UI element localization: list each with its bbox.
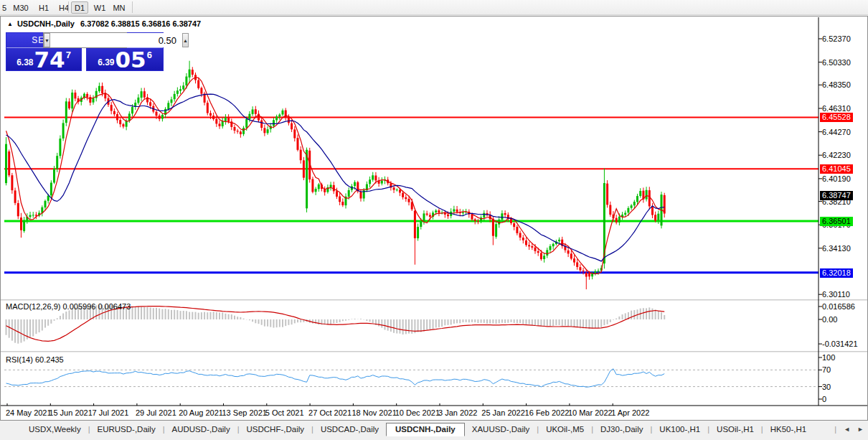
date-axis-label: 3 Jan 2022 bbox=[438, 408, 477, 417]
chart-tab-usdcnh[interactable]: USDCNH-,Daily bbox=[386, 423, 465, 436]
rsi-axis-label: 70 bbox=[822, 365, 831, 374]
chart-tab-usdcad[interactable]: USDCAD-,Daily bbox=[313, 423, 386, 436]
ohlc-values: 6.37082 6.38815 6.36816 6.38747 bbox=[80, 19, 201, 28]
level-price-label: 6.36501 bbox=[820, 217, 853, 226]
price-axis-tick: 6.52370 bbox=[822, 34, 851, 43]
chart-tab-dj30[interactable]: DJ30-,Daily bbox=[593, 423, 650, 436]
tab-scroll-left-icon[interactable]: ◄ bbox=[844, 426, 850, 433]
macd-name: MACD(12,26,9) bbox=[6, 302, 60, 311]
date-axis-label: 18 Nov 2021 bbox=[352, 408, 396, 417]
chart-tab-hk50[interactable]: HK50-,H1 bbox=[763, 423, 814, 436]
price-axis-tick: 6.30110 bbox=[822, 290, 850, 299]
date-axis-label: 29 Jul 2021 bbox=[136, 408, 176, 417]
date-axis-label: 15 Jun 2021 bbox=[49, 408, 93, 417]
date-axis-label: 5 Oct 2021 bbox=[265, 408, 304, 417]
date-axis-label: 1 Apr 2022 bbox=[611, 408, 649, 417]
spread-stepper: ▼ ▲ bbox=[43, 32, 127, 48]
price-axis-tick: 6.44270 bbox=[822, 128, 851, 136]
rsi-label: RSI(14) 60.2435 bbox=[6, 355, 64, 364]
buy-price-pip: 6 bbox=[147, 50, 152, 60]
rsi-name: RSI(14) bbox=[6, 355, 33, 364]
sell-price-big: 74 bbox=[34, 50, 65, 70]
rsi-value: 60.2435 bbox=[35, 355, 64, 364]
price-axis-tick: 6.42230 bbox=[822, 151, 851, 159]
date-axis-label: 25 Jan 2022 bbox=[481, 408, 525, 417]
one-click-trading-widget: SELL 6.38 74 7 BUY 6.39 05 6 ▼ ▲ bbox=[6, 32, 164, 71]
symbol-title: USDCNH-,Daily bbox=[17, 19, 75, 28]
price-axis-tick: 6.48350 bbox=[822, 80, 851, 89]
sell-price: 6.38 74 7 bbox=[6, 48, 81, 71]
spread-input[interactable] bbox=[50, 33, 182, 47]
rsi-axis-label: 100 bbox=[822, 353, 835, 362]
chart-tab-usoil[interactable]: USOil-,H1 bbox=[709, 423, 761, 436]
collapse-icon[interactable]: ▲ bbox=[7, 21, 13, 27]
current-price-label: 6.38747 bbox=[820, 191, 853, 200]
macd-label: MACD(12,26,9) 0.005996 0.006473 bbox=[6, 302, 131, 311]
chart-title-bar: ▲USDCNH-,Daily6.37082 6.38815 6.36816 6.… bbox=[7, 19, 201, 28]
date-axis-label: 20 Aug 2021 bbox=[179, 408, 223, 417]
level-price-label: 6.41045 bbox=[820, 164, 853, 174]
spread-increase-button[interactable]: ▲ bbox=[182, 33, 189, 47]
chart-tab-eurusd[interactable]: EURUSD-,Daily bbox=[90, 423, 163, 436]
rsi-axis-label: 30 bbox=[822, 383, 831, 391]
date-axis-label: 13 Sep 2021 bbox=[222, 408, 267, 417]
level-price-label: 6.45528 bbox=[820, 113, 853, 122]
tab-scroll-right-icon[interactable]: ► bbox=[857, 426, 864, 433]
price-axis-tick: 6.40190 bbox=[822, 174, 851, 183]
buy-price-base: 6.39 bbox=[98, 57, 114, 67]
macd-axis-label: -0.031421 bbox=[822, 340, 858, 348]
tab-scroll-controls: | ◄ ► bbox=[834, 425, 864, 434]
level-price-label: 6.32018 bbox=[820, 268, 853, 278]
tab-separator: | bbox=[834, 425, 836, 434]
date-axis-label: 16 Feb 2022 bbox=[525, 408, 570, 417]
price-axis-tick: 6.50330 bbox=[822, 58, 851, 67]
chart-tab-uk100[interactable]: UK100-,H1 bbox=[652, 423, 707, 436]
date-axis-label: 10 Dec 2021 bbox=[395, 408, 440, 417]
date-axis-label: 7 Jul 2021 bbox=[93, 408, 129, 417]
rsi-axis-label: 0 bbox=[822, 395, 826, 403]
date-axis-label: 10 Mar 2022 bbox=[568, 408, 613, 417]
macd-axis-label: 0.016586 bbox=[822, 302, 855, 311]
macd-axis-label: 0.00 bbox=[822, 315, 837, 324]
sell-price-pip: 7 bbox=[66, 50, 71, 60]
sell-price-base: 6.38 bbox=[16, 57, 33, 67]
chart-tab-usdx[interactable]: USDX,Weekly bbox=[22, 423, 88, 436]
date-axis-label: 24 May 2021 bbox=[6, 408, 52, 417]
price-axis-tick: 6.34130 bbox=[822, 244, 851, 253]
buy-price: 6.39 05 6 bbox=[87, 48, 163, 71]
price-axis-tick: 6.46310 bbox=[822, 104, 851, 113]
buy-price-big: 05 bbox=[115, 50, 146, 70]
date-axis-label: 27 Oct 2021 bbox=[308, 408, 352, 417]
macd-values: 0.005996 0.006473 bbox=[62, 302, 131, 311]
chart-tab-bar: USDX,Weekly|EURUSD-,Daily|AUDUSD-,Daily|… bbox=[0, 421, 868, 440]
chart-tab-usdchf[interactable]: USDCHF-,Daily bbox=[240, 423, 312, 436]
chart-tab-ukoil[interactable]: UKOil-,M5 bbox=[539, 423, 591, 436]
spread-decrease-button[interactable]: ▼ bbox=[44, 33, 50, 47]
chart-tab-audusd[interactable]: AUDUSD-,Daily bbox=[165, 423, 237, 436]
chart-tab-xauusd[interactable]: XAUUSD-,Daily bbox=[465, 423, 537, 436]
